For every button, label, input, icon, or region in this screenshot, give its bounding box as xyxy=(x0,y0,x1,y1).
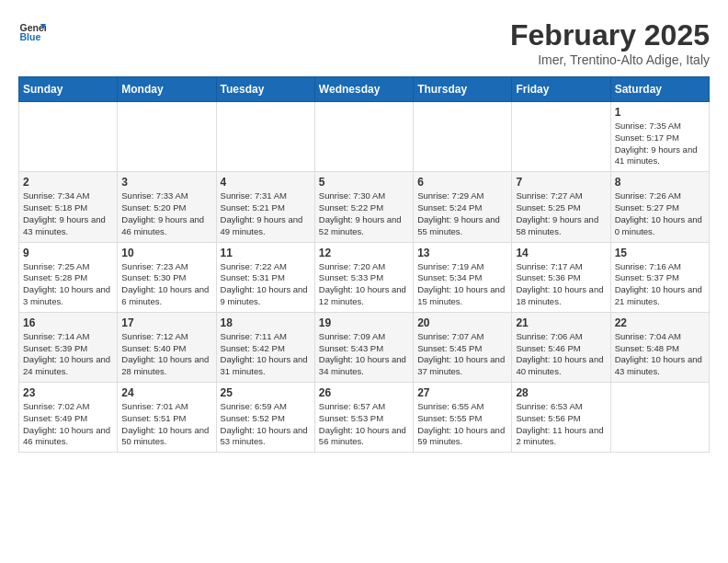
day-info: Sunrise: 6:59 AM Sunset: 5:52 PM Dayligh… xyxy=(221,401,311,448)
day-info: Sunrise: 6:53 AM Sunset: 5:56 PM Dayligh… xyxy=(516,401,606,448)
day-number: 20 xyxy=(417,316,507,329)
day-info: Sunrise: 7:11 AM Sunset: 5:42 PM Dayligh… xyxy=(221,331,311,378)
calendar-cell: 3Sunrise: 7:33 AM Sunset: 5:20 PM Daylig… xyxy=(118,172,216,242)
calendar-cell: 27Sunrise: 6:55 AM Sunset: 5:55 PM Dayli… xyxy=(414,383,512,453)
calendar-cell: 23Sunrise: 7:02 AM Sunset: 5:49 PM Dayli… xyxy=(19,383,118,453)
day-number: 16 xyxy=(23,316,113,329)
day-number: 6 xyxy=(417,176,507,189)
month-title: February 2025 xyxy=(510,18,710,52)
calendar-cell: 16Sunrise: 7:14 AM Sunset: 5:39 PM Dayli… xyxy=(19,312,118,382)
day-number: 9 xyxy=(23,247,113,259)
calendar-cell: 1Sunrise: 7:35 AM Sunset: 5:17 PM Daylig… xyxy=(610,102,709,172)
day-number: 17 xyxy=(121,316,211,329)
calendar-cell: 28Sunrise: 6:53 AM Sunset: 5:56 PM Dayli… xyxy=(512,383,610,453)
calendar-cell: 17Sunrise: 7:12 AM Sunset: 5:40 PM Dayli… xyxy=(118,312,216,382)
day-info: Sunrise: 7:31 AM Sunset: 5:21 PM Dayligh… xyxy=(221,190,311,237)
day-info: Sunrise: 6:57 AM Sunset: 5:53 PM Dayligh… xyxy=(319,401,409,448)
day-info: Sunrise: 7:12 AM Sunset: 5:40 PM Dayligh… xyxy=(121,331,211,378)
location-subtitle: Imer, Trentino-Alto Adige, Italy xyxy=(510,52,710,67)
calendar-cell: 24Sunrise: 7:01 AM Sunset: 5:51 PM Dayli… xyxy=(118,383,216,453)
calendar-cell: 7Sunrise: 7:27 AM Sunset: 5:25 PM Daylig… xyxy=(512,172,610,242)
col-header-sunday: Sunday xyxy=(19,77,118,102)
day-info: Sunrise: 7:04 AM Sunset: 5:48 PM Dayligh… xyxy=(615,331,705,378)
calendar-cell: 12Sunrise: 7:20 AM Sunset: 5:33 PM Dayli… xyxy=(314,242,413,312)
day-number: 23 xyxy=(23,386,113,399)
calendar-week-row: 1Sunrise: 7:35 AM Sunset: 5:17 PM Daylig… xyxy=(19,102,710,172)
day-number: 8 xyxy=(615,176,705,189)
day-number: 2 xyxy=(23,176,113,189)
calendar-header-row: SundayMondayTuesdayWednesdayThursdayFrid… xyxy=(19,77,710,102)
col-header-saturday: Saturday xyxy=(610,77,709,102)
col-header-tuesday: Tuesday xyxy=(216,77,314,102)
day-info: Sunrise: 7:26 AM Sunset: 5:27 PM Dayligh… xyxy=(615,190,705,237)
calendar-cell xyxy=(414,102,512,172)
day-info: Sunrise: 7:06 AM Sunset: 5:46 PM Dayligh… xyxy=(516,331,606,378)
calendar-cell: 5Sunrise: 7:30 AM Sunset: 5:22 PM Daylig… xyxy=(314,172,413,242)
day-number: 21 xyxy=(516,316,606,329)
day-info: Sunrise: 7:30 AM Sunset: 5:22 PM Dayligh… xyxy=(319,190,409,237)
calendar-cell: 26Sunrise: 6:57 AM Sunset: 5:53 PM Dayli… xyxy=(314,383,413,453)
day-info: Sunrise: 7:33 AM Sunset: 5:20 PM Dayligh… xyxy=(121,190,211,237)
day-info: Sunrise: 7:34 AM Sunset: 5:18 PM Dayligh… xyxy=(23,190,113,237)
calendar-cell xyxy=(314,102,413,172)
day-info: Sunrise: 7:01 AM Sunset: 5:51 PM Dayligh… xyxy=(121,401,211,448)
calendar-cell: 20Sunrise: 7:07 AM Sunset: 5:45 PM Dayli… xyxy=(414,312,512,382)
calendar-table: SundayMondayTuesdayWednesdayThursdayFrid… xyxy=(18,76,710,453)
day-number: 27 xyxy=(417,386,507,399)
day-number: 3 xyxy=(121,176,211,189)
day-number: 5 xyxy=(319,176,409,189)
day-info: Sunrise: 7:19 AM Sunset: 5:34 PM Dayligh… xyxy=(417,261,507,308)
calendar-cell: 11Sunrise: 7:22 AM Sunset: 5:31 PM Dayli… xyxy=(216,242,314,312)
calendar-cell: 9Sunrise: 7:25 AM Sunset: 5:28 PM Daylig… xyxy=(19,242,118,312)
day-info: Sunrise: 7:07 AM Sunset: 5:45 PM Dayligh… xyxy=(417,331,507,378)
day-number: 11 xyxy=(221,247,311,259)
calendar-cell: 22Sunrise: 7:04 AM Sunset: 5:48 PM Dayli… xyxy=(610,312,709,382)
calendar-week-row: 16Sunrise: 7:14 AM Sunset: 5:39 PM Dayli… xyxy=(19,312,710,382)
page-header: General Blue February 2025 Imer, Trentin… xyxy=(18,18,710,67)
day-number: 24 xyxy=(121,386,211,399)
day-number: 28 xyxy=(516,386,606,399)
calendar-week-row: 9Sunrise: 7:25 AM Sunset: 5:28 PM Daylig… xyxy=(19,242,710,312)
calendar-cell: 4Sunrise: 7:31 AM Sunset: 5:21 PM Daylig… xyxy=(216,172,314,242)
day-number: 1 xyxy=(615,106,705,119)
day-number: 13 xyxy=(417,247,507,259)
day-number: 18 xyxy=(221,316,311,329)
day-info: Sunrise: 6:55 AM Sunset: 5:55 PM Dayligh… xyxy=(417,401,507,448)
calendar-cell: 21Sunrise: 7:06 AM Sunset: 5:46 PM Dayli… xyxy=(512,312,610,382)
calendar-week-row: 23Sunrise: 7:02 AM Sunset: 5:49 PM Dayli… xyxy=(19,383,710,453)
calendar-cell: 19Sunrise: 7:09 AM Sunset: 5:43 PM Dayli… xyxy=(314,312,413,382)
logo: General Blue xyxy=(18,18,46,46)
day-info: Sunrise: 7:23 AM Sunset: 5:30 PM Dayligh… xyxy=(121,261,211,308)
calendar-cell: 6Sunrise: 7:29 AM Sunset: 5:24 PM Daylig… xyxy=(414,172,512,242)
calendar-cell xyxy=(19,102,118,172)
calendar-week-row: 2Sunrise: 7:34 AM Sunset: 5:18 PM Daylig… xyxy=(19,172,710,242)
day-info: Sunrise: 7:25 AM Sunset: 5:28 PM Dayligh… xyxy=(23,261,113,308)
logo-icon: General Blue xyxy=(18,18,46,46)
calendar-cell: 8Sunrise: 7:26 AM Sunset: 5:27 PM Daylig… xyxy=(610,172,709,242)
day-number: 19 xyxy=(319,316,409,329)
col-header-wednesday: Wednesday xyxy=(314,77,413,102)
col-header-monday: Monday xyxy=(118,77,216,102)
day-number: 22 xyxy=(615,316,705,329)
day-info: Sunrise: 7:20 AM Sunset: 5:33 PM Dayligh… xyxy=(319,261,409,308)
day-info: Sunrise: 7:22 AM Sunset: 5:31 PM Dayligh… xyxy=(221,261,311,308)
day-info: Sunrise: 7:02 AM Sunset: 5:49 PM Dayligh… xyxy=(23,401,113,448)
calendar-cell xyxy=(216,102,314,172)
calendar-cell: 18Sunrise: 7:11 AM Sunset: 5:42 PM Dayli… xyxy=(216,312,314,382)
day-number: 15 xyxy=(615,247,705,259)
day-info: Sunrise: 7:35 AM Sunset: 5:17 PM Dayligh… xyxy=(615,121,705,167)
calendar-cell: 2Sunrise: 7:34 AM Sunset: 5:18 PM Daylig… xyxy=(19,172,118,242)
calendar-cell xyxy=(610,383,709,453)
col-header-thursday: Thursday xyxy=(414,77,512,102)
title-block: February 2025 Imer, Trentino-Alto Adige,… xyxy=(510,18,710,67)
day-number: 4 xyxy=(221,176,311,189)
day-number: 26 xyxy=(319,386,409,399)
day-info: Sunrise: 7:27 AM Sunset: 5:25 PM Dayligh… xyxy=(516,190,606,237)
svg-text:Blue: Blue xyxy=(20,31,41,42)
day-info: Sunrise: 7:09 AM Sunset: 5:43 PM Dayligh… xyxy=(319,331,409,378)
day-number: 14 xyxy=(516,247,606,259)
day-number: 10 xyxy=(121,247,211,259)
day-number: 12 xyxy=(319,247,409,259)
calendar-cell: 14Sunrise: 7:17 AM Sunset: 5:36 PM Dayli… xyxy=(512,242,610,312)
day-info: Sunrise: 7:14 AM Sunset: 5:39 PM Dayligh… xyxy=(23,331,113,378)
